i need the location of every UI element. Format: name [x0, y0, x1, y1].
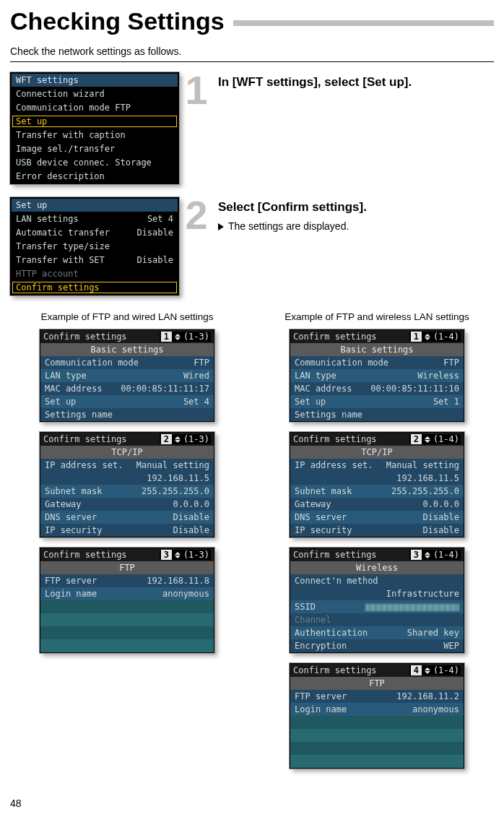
- lcd-title: WFT settings: [12, 74, 178, 87]
- left-caption: Example of FTP and wired LAN settings: [40, 311, 213, 322]
- confirm-title: Confirm settings: [293, 332, 377, 342]
- row-value: 192.168.11.5: [147, 473, 209, 483]
- row-value: 0.0.0.0: [173, 499, 209, 509]
- menu-item: Automatic transferDisable: [12, 225, 178, 239]
- row-label: DNS server: [45, 512, 97, 522]
- confirm-title: Confirm settings: [43, 332, 127, 342]
- step-1-heading: In [WFT settings], select [Set up].: [218, 75, 412, 90]
- section-title: TCP/IP: [40, 446, 214, 459]
- menu-label: Transfer with caption: [16, 130, 126, 140]
- row-label: Login name: [295, 704, 347, 714]
- row-label: SSID: [295, 602, 316, 612]
- confirm-title: Confirm settings: [293, 434, 377, 444]
- step-1: WFT settings Connection wizard Communica…: [10, 72, 494, 184]
- row-label: IP address set.: [295, 460, 373, 470]
- blank-row: [40, 626, 214, 639]
- section-title: FTP: [290, 677, 464, 690]
- row-value: Infrastructure: [386, 589, 459, 599]
- menu-item: Image sel./transfer: [12, 142, 178, 155]
- examples-row: Example of FTP and wired LAN settings Co…: [10, 308, 494, 779]
- section-title: Basic settings: [40, 343, 214, 356]
- page-num: 1: [161, 332, 172, 342]
- row-label: LAN type: [45, 371, 87, 381]
- updown-arrows-icon: [425, 667, 430, 674]
- row-value: Shared key: [407, 628, 459, 638]
- confirm-title: Confirm settings: [43, 434, 127, 444]
- page-total: (1-4): [433, 434, 459, 444]
- lcd-title: Set up: [12, 199, 178, 212]
- menu-item-selected: Confirm settings: [12, 280, 178, 294]
- blank-row: [290, 742, 464, 755]
- row-value: 192.168.11.8: [147, 576, 209, 586]
- row-label: FTP server: [295, 691, 347, 701]
- row-label: Set up: [295, 397, 326, 407]
- confirm-lcd-right-4: Confirm settings 4(1-4) FTP FTP server19…: [290, 663, 464, 769]
- row-label: DNS server: [295, 512, 347, 522]
- row-label: Subnet mask: [295, 486, 352, 496]
- menu-label: Connection wizard: [16, 89, 105, 99]
- row-value: Disable: [422, 525, 459, 535]
- menu-label: HTTP account: [16, 269, 79, 279]
- row-label: Communication mode: [295, 358, 388, 368]
- section-title: TCP/IP: [290, 446, 464, 459]
- menu-item: Communication mode FTP: [12, 100, 178, 114]
- page-title: Checking Settings: [10, 7, 225, 35]
- right-triangle-icon: [218, 223, 224, 230]
- menu-item: Connection wizard: [12, 87, 178, 100]
- row-value: Disable: [173, 512, 209, 522]
- row-value: 255.255.255.0: [391, 486, 459, 496]
- step-number-1: 1: [182, 72, 211, 108]
- menu-value: Disable: [136, 255, 173, 265]
- row-value: anonymous: [162, 589, 209, 599]
- step-2-heading: Select [Confirm settings].: [218, 200, 367, 215]
- updown-arrows-icon: [425, 436, 430, 443]
- updown-arrows-icon: [425, 334, 430, 340]
- blank-row: [290, 729, 464, 742]
- row-label: IP address set.: [45, 460, 123, 470]
- row-value: Disable: [173, 525, 209, 535]
- lcd-set-up: Set up LAN settingsSet 4 Automatic trans…: [10, 197, 179, 295]
- confirm-lcd-right-3: Confirm settings 3(1-4) Wireless Connect…: [290, 548, 464, 653]
- confirm-title: Confirm settings: [293, 665, 377, 675]
- confirm-title: Confirm settings: [43, 550, 127, 560]
- row-label: Login name: [45, 589, 97, 599]
- section-title: Wireless: [290, 561, 464, 574]
- page-total: (1-4): [433, 665, 459, 675]
- menu-label: Error description: [16, 171, 105, 181]
- menu-value: Set 4: [147, 214, 173, 224]
- confirm-lcd-right-2: Confirm settings 2(1-4) TCP/IP IP addres…: [290, 432, 464, 537]
- row-value: 00:00:85:11:11:17: [121, 384, 209, 394]
- page-total: (1-4): [433, 332, 459, 342]
- row-value: Set 4: [183, 397, 209, 407]
- row-value: Manual setting: [136, 460, 209, 470]
- row-label: LAN type: [295, 371, 336, 381]
- updown-arrows-icon: [425, 552, 430, 558]
- updown-arrows-icon: [175, 552, 181, 558]
- confirm-title: Confirm settings: [293, 550, 377, 560]
- confirm-lcd-left-2: Confirm settings 2(1-3) TCP/IP IP addres…: [40, 432, 214, 537]
- blank-row: [40, 613, 214, 626]
- row-label: Authentication: [295, 628, 368, 638]
- step-2-line-text: The settings are displayed.: [228, 220, 349, 232]
- blank-row: [40, 600, 214, 613]
- row-value: anonymous: [412, 704, 459, 714]
- confirm-lcd-left-3: Confirm settings 3(1-3) FTP FTP server19…: [40, 548, 214, 653]
- page-num: 3: [161, 550, 172, 560]
- step-number-2: 2: [182, 197, 211, 233]
- row-label: FTP server: [45, 576, 97, 586]
- row-label: Communication mode: [45, 358, 139, 368]
- row-value: FTP: [443, 358, 459, 368]
- menu-label: Transfer type/size: [16, 241, 110, 251]
- right-column: Example of FTP and wireless LAN settings…: [260, 308, 494, 779]
- menu-label: Communication mode FTP: [16, 103, 131, 113]
- blank-row: [40, 639, 214, 652]
- page-num: 4: [411, 665, 422, 675]
- page-num: 2: [411, 434, 422, 444]
- menu-item: Transfer with SETDisable: [12, 253, 178, 267]
- row-value-blur: [365, 602, 459, 612]
- row-value: Set 1: [433, 397, 459, 407]
- page-num: 1: [411, 332, 422, 342]
- row-label: MAC address: [295, 384, 352, 394]
- row-label: Settings name: [295, 410, 362, 420]
- menu-item-selected: Set up: [12, 114, 178, 128]
